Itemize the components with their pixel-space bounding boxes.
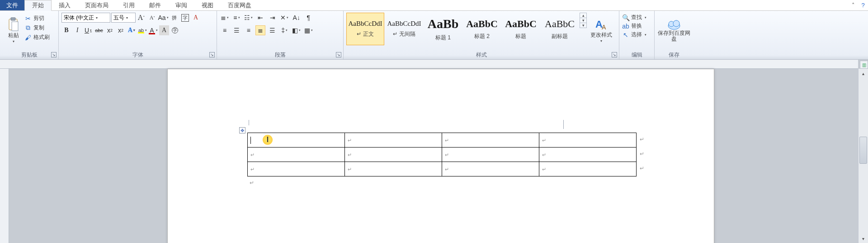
scroll-up-button[interactable]: ▴ [859, 69, 868, 78]
bold-button[interactable]: B [61, 25, 71, 35]
gallery-more-button[interactable]: ▾ [580, 23, 586, 28]
table-cell[interactable]: ↵ [442, 162, 539, 176]
tab-mailings[interactable]: 邮件 [142, 0, 168, 10]
style-item-4[interactable]: AaBbC标题 [502, 13, 540, 45]
align-center-button[interactable]: ☰ [231, 25, 241, 35]
vertical-scrollbar[interactable]: ▴ ▾ [858, 69, 868, 243]
help-icon[interactable]: ? [858, 0, 868, 10]
cut-button[interactable]: ✂剪切 [24, 14, 50, 22]
document-table[interactable]: ↵ ↵ ↵ ↵ ↵ ↵ ↵ ↵ ↵ ↵ ↵ [247, 133, 637, 176]
styles-launcher[interactable]: ↘ [612, 52, 617, 57]
styles-gallery-scroll: ▴ ▾ ▾ [580, 13, 587, 28]
file-tab[interactable]: 文件 [0, 0, 24, 10]
font-size-combo[interactable]: 五号▾ [111, 13, 136, 23]
save-to-baidu-button[interactable]: 保存到百度网盘 [657, 13, 691, 48]
text-effects-button[interactable]: A▾ [127, 25, 137, 35]
shading-button[interactable]: ◧▾ [292, 25, 302, 35]
table-cell[interactable]: ↵ [442, 148, 539, 162]
style-item-3[interactable]: AaBbC标题 2 [463, 13, 501, 45]
select-button[interactable]: ↖选择▾ [622, 31, 646, 38]
scroll-down-button[interactable]: ▾ [859, 234, 868, 243]
underline-button[interactable]: U▾ [83, 25, 93, 35]
grow-font-button[interactable]: A˄ [137, 13, 146, 23]
table-cell[interactable]: ↵ [442, 133, 539, 148]
borders-button[interactable]: ▦▾ [303, 25, 313, 35]
line-spacing-button[interactable]: ‡▾ [279, 25, 289, 35]
change-case-button[interactable]: Aa▾ [158, 13, 168, 23]
bullets-button[interactable]: ≣▾ [220, 13, 230, 23]
enclosed-char-button[interactable]: 字 [170, 25, 180, 35]
asian-layout-button[interactable]: ✕▾ [279, 13, 289, 23]
tab-home[interactable]: 开始 [24, 0, 52, 11]
table-cell[interactable]: ↵ [539, 148, 637, 162]
style-name: 标题 1 [435, 34, 451, 42]
ruler-toggle-button[interactable]: ▥ [860, 61, 868, 69]
gallery-down-button[interactable]: ▾ [580, 18, 586, 23]
tab-view[interactable]: 视图 [194, 0, 221, 10]
tab-review[interactable]: 审阅 [168, 0, 194, 10]
table-cell[interactable]: ↵ [345, 148, 442, 162]
style-item-2[interactable]: AaBb标题 1 [424, 13, 462, 45]
document-page[interactable]: ✥ ↵ ↵ ↵ ↵ ↵ ↵ ↵ ↵ ↵ ↵ ↵ ↵ ↵ ↵ ↵ [167, 69, 714, 243]
margin-marker [563, 120, 564, 129]
phonetic-guide-button[interactable]: 拼 [169, 13, 179, 23]
gallery-up-button[interactable]: ▴ [580, 13, 586, 18]
scroll-thumb[interactable] [859, 137, 867, 164]
numbering-button[interactable]: ≡▾ [231, 13, 241, 23]
table-cell[interactable]: ↵ [248, 162, 345, 176]
paste-button[interactable]: 粘贴 ▾ [3, 13, 24, 48]
shrink-font-button[interactable]: A˅ [147, 13, 157, 23]
font-launcher[interactable]: ↘ [209, 52, 215, 57]
format-painter-button[interactable]: 🖌格式刷 [24, 33, 50, 41]
sort-button[interactable]: A↓ [292, 13, 302, 23]
tab-page-layout[interactable]: 页面布局 [78, 0, 116, 10]
group-label-baidu: 保存 [669, 52, 679, 58]
style-item-0[interactable]: AaBbCcDdI↵ 正文 [346, 13, 384, 45]
show-marks-button[interactable]: ¶ [303, 13, 313, 23]
decrease-indent-button[interactable]: ⇤ [255, 13, 265, 23]
ribbon-minimize-icon[interactable]: ˄ [848, 0, 858, 10]
distributed-button[interactable]: ☰ [268, 25, 278, 35]
font-name-combo[interactable]: 宋体 (中文正▾ [61, 13, 110, 23]
italic-button[interactable]: I [72, 25, 82, 35]
replace-button[interactable]: ab替换 [622, 22, 646, 30]
table-row[interactable]: ↵ ↵ ↵ ↵ [248, 162, 637, 176]
style-item-1[interactable]: AaBbCcDdI↵ 无间隔 [385, 13, 423, 45]
find-button[interactable]: 🔍查找▾ [622, 14, 646, 21]
tab-baidu[interactable]: 百度网盘 [221, 0, 259, 10]
ruler-horizontal[interactable] [0, 60, 858, 69]
table-cell[interactable]: ↵ [345, 162, 442, 176]
table-cell[interactable]: ↵ [539, 133, 637, 148]
margin-marker [249, 120, 249, 125]
group-font: 宋体 (中文正▾ 五号▾ A˄ A˅ Aa▾ 拼 字 A B I U▾ abc … [59, 11, 217, 59]
clear-formatting-button[interactable]: A [191, 13, 201, 23]
table-cell[interactable]: ↵ [248, 148, 345, 162]
strikethrough-button[interactable]: abc [94, 25, 104, 35]
multilevel-list-button[interactable]: ☷▾ [244, 13, 254, 23]
table-move-handle[interactable]: ✥ [239, 127, 245, 133]
increase-indent-button[interactable]: ⇥ [268, 13, 278, 23]
table-cell[interactable]: ↵ [345, 133, 442, 148]
table-cell[interactable]: ↵ [539, 162, 637, 176]
clipboard-launcher[interactable]: ↘ [51, 52, 57, 57]
font-color-button[interactable]: A▾ [148, 25, 158, 35]
tab-references[interactable]: 引用 [116, 0, 142, 10]
table-row[interactable]: ↵ ↵ ↵ ↵ [248, 148, 637, 162]
paragraph-launcher[interactable]: ↘ [336, 52, 341, 57]
align-justify-button[interactable]: ≣ [255, 25, 265, 35]
superscript-button[interactable]: x2 [116, 25, 126, 35]
style-item-5[interactable]: AaBbC副标题 [541, 13, 579, 45]
change-styles-button[interactable]: AA 更改样式 ▾ [587, 13, 616, 48]
table-cell[interactable] [248, 133, 345, 148]
tab-insert[interactable]: 插入 [52, 0, 78, 10]
scroll-track[interactable] [859, 78, 867, 234]
subscript-button[interactable]: x2 [105, 25, 115, 35]
align-left-button[interactable]: ≡ [220, 25, 230, 35]
copy-button[interactable]: ⧉复制 [24, 24, 50, 32]
table-row[interactable]: ↵ ↵ ↵ [248, 133, 637, 148]
char-border-button[interactable]: 字 [180, 13, 190, 23]
char-shading-button[interactable]: A [159, 25, 169, 35]
align-right-button[interactable]: ≡ [244, 25, 254, 35]
highlight-button[interactable]: ab▾ [137, 25, 147, 35]
ruler-vertical[interactable] [0, 69, 9, 243]
